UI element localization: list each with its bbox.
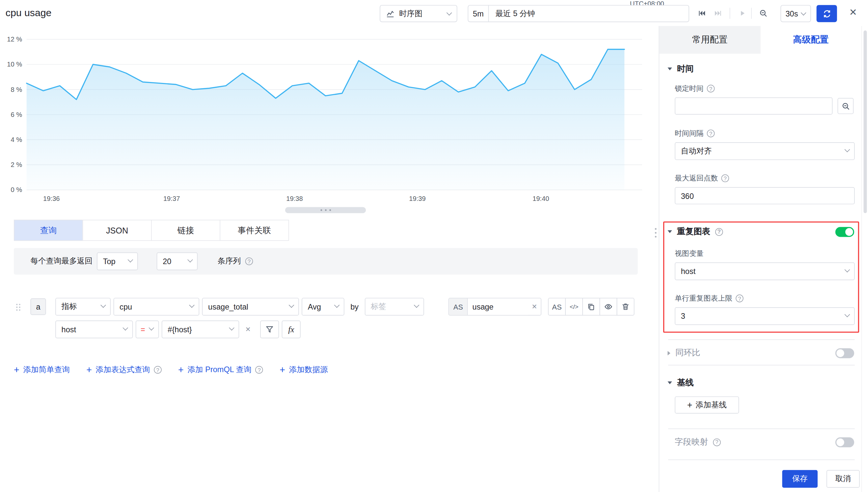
zoom-out-button[interactable] [756,6,771,20]
query-row: a 指标 cpu usage_total Avg by 标签 [30,298,424,316]
section-compare-header[interactable]: 同环比 [667,348,700,358]
help-icon[interactable] [154,366,162,374]
add-baseline-button[interactable]: + 添加基线 [675,396,739,414]
dot-icon [329,209,330,211]
line-chart-icon [386,9,395,18]
tab-json[interactable]: JSON [82,220,151,241]
header: cpu usage 时序图 UTC+08:00 5m 最近 5 分钟 [0,0,868,26]
time-interval-select[interactable]: 自动对齐 [675,142,854,160]
filter-key-value: host [61,325,76,334]
tab-common-config[interactable]: 常用配置 [659,26,760,54]
clear-alias-icon[interactable]: ✕ [528,298,541,315]
help-icon[interactable] [707,129,715,137]
tab-query[interactable]: 查询 [14,220,83,241]
lock-time-zoom-button[interactable] [838,98,854,114]
add-datasource-link[interactable]: + 添加数据源 [279,365,328,375]
timeseries-chart[interactable]: 0 %2 %4 %6 %8 %10 %12 %19:3619:3719:3819… [0,26,659,217]
metric-type-value: 指标 [61,302,77,312]
skip-forward-button[interactable] [711,6,725,20]
aggregation-select[interactable]: Avg [302,298,344,316]
alias-input[interactable] [468,298,528,315]
lock-time-input[interactable] [675,97,833,115]
max-points-label: 最大返回点数 [675,173,729,183]
group-by-placeholder: 标签 [371,302,386,312]
limit-type-value: Top [103,257,116,266]
measurement-select[interactable]: cpu [114,298,200,316]
section-baseline-header[interactable]: 基线 [667,378,693,388]
by-label: by [347,302,362,311]
max-points-input[interactable] [675,187,854,204]
save-button[interactable]: 保存 [782,470,818,488]
group-by-select[interactable]: 标签 [365,298,424,316]
chevron-down-icon [800,10,806,16]
play-button[interactable] [735,6,750,20]
aggregation-value: Avg [308,302,321,311]
limit-type-select[interactable]: Top [97,252,138,270]
refresh-button[interactable] [817,5,837,22]
filter-key-select[interactable]: host [55,320,133,338]
add-promql-query-link[interactable]: + 添加 PromQL 查询 [178,365,263,375]
chevron-down-icon [189,302,195,308]
help-icon[interactable] [721,175,729,182]
help-icon[interactable] [707,84,715,93]
delete-button[interactable] [617,298,635,316]
query-tab-bar: 查询 JSON 链接 事件关联 [14,220,289,241]
metric-type-select[interactable]: 指标 [55,298,110,316]
repeat-chart-toggle[interactable] [836,227,854,237]
scrollbar-thumb[interactable] [864,30,867,213]
page-title: cpu usage [6,0,52,26]
filter-operator-value: = [141,325,145,334]
tab-event-association[interactable]: 事件关联 [220,220,289,241]
close-button[interactable]: ✕ [849,6,857,19]
limit-count-select[interactable]: 20 [157,252,198,270]
skip-back-icon [697,9,706,18]
query-drag-handle[interactable] [16,303,21,314]
help-icon[interactable] [255,366,263,374]
tab-links[interactable]: 链接 [151,220,220,241]
caret-down-icon [667,230,672,233]
add-simple-query-link[interactable]: + 添加简单查询 [14,365,70,375]
help-icon[interactable] [245,257,253,265]
max-points-text: 最大返回点数 [675,173,718,183]
max-per-row-select[interactable]: 3 [675,307,854,325]
panel-resize-handle[interactable] [655,228,656,238]
section-repeat-header[interactable]: 重复图表 [667,227,723,237]
scrollbar [862,26,868,492]
view-variable-label: 视图变量 [675,249,703,259]
caret-down-icon [667,382,672,384]
as-button[interactable]: AS [548,298,566,316]
view-variable-select[interactable]: host [675,263,854,280]
filter-value-select[interactable]: #{host} [162,320,239,338]
remove-filter-button[interactable]: ✕ [242,320,254,338]
filter-operator-select[interactable]: = [136,320,159,338]
add-expression-query-label: 添加表达式查询 [96,365,150,375]
divider [668,365,855,366]
function-button[interactable]: fx [282,320,301,338]
chevron-down-icon [149,325,154,330]
field-mapping-toggle[interactable] [836,437,854,447]
chevron-down-icon [845,267,850,273]
field-select[interactable]: usage_total [202,298,299,316]
help-icon[interactable] [736,294,744,302]
section-time-header[interactable]: 时间 [667,64,693,74]
section-field-mapping-header[interactable]: 字段映射 [675,437,721,447]
duplicate-button[interactable] [582,298,600,316]
alias-group: AS ✕ [448,298,542,316]
time-range-picker[interactable]: 5m 最近 5 分钟 [468,5,689,22]
add-expression-query-link[interactable]: + 添加表达式查询 [86,365,162,375]
code-button[interactable]: </> [565,298,583,316]
tab-advanced-config[interactable]: 高级配置 [760,26,862,54]
compare-toggle[interactable] [836,348,854,358]
chart-scroll-handle[interactable] [285,207,366,213]
visibility-button[interactable] [600,298,617,316]
refresh-interval-select[interactable]: 30s [780,5,811,22]
lock-time-text: 锁定时间 [675,84,703,94]
skip-back-button[interactable] [695,6,709,20]
filter-button[interactable] [260,320,279,338]
plus-icon: + [86,365,92,375]
divider [668,428,855,429]
chart-type-select[interactable]: 时序图 [380,5,457,22]
help-icon[interactable] [715,228,723,236]
help-icon[interactable] [713,438,721,446]
cancel-button[interactable]: 取消 [826,470,860,488]
